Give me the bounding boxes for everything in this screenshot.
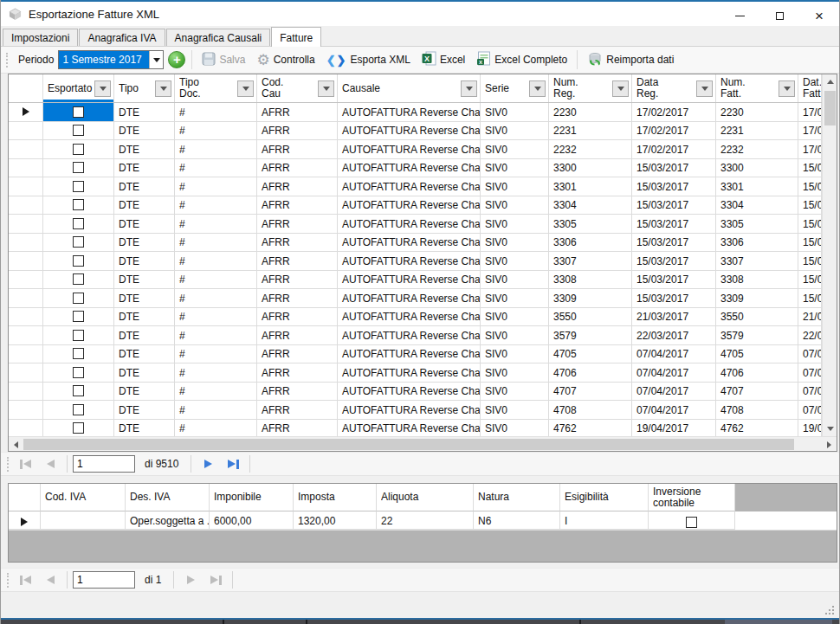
cell-dat_fatt[interactable]: 22/03/2017 bbox=[798, 326, 822, 344]
cell-num_fatt[interactable]: 3550 bbox=[716, 308, 798, 326]
cell-tipo[interactable]: DTE bbox=[114, 420, 175, 437]
cell-data_reg[interactable]: 15/03/2017 bbox=[632, 215, 716, 233]
excel-completo-button[interactable]: X Excel Completo bbox=[473, 49, 571, 70]
close-button[interactable]: × bbox=[799, 3, 839, 28]
cell-tipo_doc[interactable]: # bbox=[175, 215, 257, 233]
cell-num_reg[interactable]: 3305 bbox=[549, 215, 632, 233]
row-selector[interactable] bbox=[9, 234, 43, 252]
esportato-checkbox[interactable] bbox=[73, 236, 84, 248]
cell-num_reg[interactable]: 3550 bbox=[549, 308, 632, 326]
cell-tipo_doc[interactable]: # bbox=[175, 289, 257, 307]
cell-dat_fatt[interactable]: 17/02/2017 bbox=[798, 122, 822, 140]
cell-serie[interactable]: SIV0 bbox=[481, 383, 549, 401]
column-header-causale[interactable]: Causale bbox=[338, 74, 481, 102]
cell-cod_cau[interactable]: AFRR bbox=[257, 196, 338, 215]
cell-data_reg[interactable]: 17/02/2017 bbox=[632, 140, 716, 158]
cell-serie[interactable]: SIV0 bbox=[481, 289, 549, 307]
cell-causale[interactable]: AUTOFATTURA Reverse Charge bbox=[338, 326, 481, 344]
cell-cod_cau[interactable]: AFRR bbox=[257, 159, 338, 177]
column-header-des_iva[interactable]: Des. IVA bbox=[126, 484, 210, 511]
esporta-xml-button[interactable]: ❮❯ Esporta XML bbox=[323, 52, 414, 68]
cell-esportato[interactable] bbox=[43, 345, 114, 363]
maximize-button[interactable] bbox=[759, 3, 799, 28]
horizontal-scrollbar[interactable] bbox=[9, 436, 837, 451]
column-header-cod_iva[interactable]: Cod. IVA bbox=[41, 484, 126, 511]
last-page-button[interactable] bbox=[222, 454, 244, 473]
column-header-natura[interactable]: Natura bbox=[474, 484, 560, 511]
filter-button-serie[interactable] bbox=[529, 80, 546, 97]
column-header-num_fatt[interactable]: Num. Fatt. bbox=[716, 74, 798, 102]
cell-num_fatt[interactable]: 2230 bbox=[716, 103, 798, 121]
cell-tipo_doc[interactable]: # bbox=[175, 177, 257, 196]
cell-dat_fatt[interactable]: 17/02/2017 bbox=[798, 103, 822, 121]
cell-tipo[interactable]: DTE bbox=[114, 383, 175, 401]
cell-serie[interactable]: SIV0 bbox=[481, 363, 549, 382]
cell-esportato[interactable] bbox=[43, 196, 114, 215]
cell-tipo_doc[interactable]: # bbox=[175, 122, 257, 140]
cell-tipo[interactable]: DTE bbox=[114, 363, 175, 382]
cell-dat_fatt[interactable]: 15/03/2017 bbox=[798, 215, 822, 233]
cell-aliquota[interactable]: 22 bbox=[377, 511, 474, 530]
column-header-num_reg[interactable]: Num. Reg. bbox=[549, 74, 632, 102]
column-header-serie[interactable]: Serie bbox=[481, 74, 549, 102]
combo-arrow[interactable] bbox=[149, 51, 163, 68]
cell-cod_cau[interactable]: AFRR bbox=[257, 289, 338, 307]
row-selector[interactable] bbox=[9, 511, 41, 530]
cell-serie[interactable]: SIV0 bbox=[481, 159, 549, 177]
cell-dat_fatt[interactable]: 07/04/2017 bbox=[798, 401, 822, 419]
cell-tipo_doc[interactable]: # bbox=[175, 234, 257, 252]
cell-esigibilita[interactable]: I bbox=[560, 511, 649, 530]
cell-serie[interactable]: SIV0 bbox=[481, 234, 549, 252]
cell-cod_cau[interactable]: AFRR bbox=[257, 103, 338, 121]
cell-tipo[interactable]: DTE bbox=[114, 271, 175, 289]
cell-num_fatt[interactable]: 2232 bbox=[716, 140, 798, 158]
cell-num_reg[interactable]: 2230 bbox=[549, 103, 632, 121]
cell-tipo_doc[interactable]: # bbox=[175, 383, 257, 401]
cell-serie[interactable]: SIV0 bbox=[481, 215, 549, 233]
cell-causale[interactable]: AUTOFATTURA Reverse Charge bbox=[338, 103, 481, 121]
cell-tipo[interactable]: DTE bbox=[114, 122, 175, 140]
next-page-button[interactable] bbox=[197, 454, 219, 473]
cell-dat_fatt[interactable]: 15/03/2017 bbox=[798, 177, 822, 196]
filter-button-data_reg[interactable] bbox=[696, 80, 713, 97]
cell-num_reg[interactable]: 3304 bbox=[549, 196, 632, 215]
row-selector[interactable] bbox=[9, 252, 43, 270]
cell-serie[interactable]: SIV0 bbox=[481, 401, 549, 419]
cell-tipo[interactable]: DTE bbox=[114, 345, 175, 363]
cell-tipo_doc[interactable]: # bbox=[175, 271, 257, 289]
cell-num_reg[interactable]: 4707 bbox=[549, 383, 632, 401]
cell-data_reg[interactable]: 07/04/2017 bbox=[632, 383, 716, 401]
cell-data_reg[interactable]: 15/03/2017 bbox=[632, 177, 716, 196]
cell-imposta[interactable]: 1320,00 bbox=[294, 511, 377, 530]
cell-causale[interactable]: AUTOFATTURA Reverse Charge bbox=[338, 215, 481, 233]
row-selector[interactable] bbox=[9, 271, 43, 289]
cell-num_reg[interactable]: 2231 bbox=[549, 122, 632, 140]
column-header-imposta[interactable]: Imposta bbox=[294, 484, 377, 511]
cell-num_reg[interactable]: 3309 bbox=[549, 289, 632, 307]
cell-esportato[interactable] bbox=[43, 383, 114, 401]
salva-button[interactable]: Salva bbox=[198, 50, 249, 70]
cell-esportato[interactable] bbox=[43, 252, 114, 270]
cell-causale[interactable]: AUTOFATTURA Reverse Charge bbox=[338, 345, 481, 363]
cell-tipo[interactable]: DTE bbox=[114, 177, 175, 196]
first-page-button[interactable] bbox=[14, 570, 36, 589]
cell-cod_cau[interactable]: AFRR bbox=[257, 420, 338, 437]
cell-num_fatt[interactable]: 3307 bbox=[716, 252, 798, 270]
row-selector[interactable] bbox=[9, 308, 43, 326]
esportato-checkbox[interactable] bbox=[73, 218, 84, 229]
row-selector[interactable] bbox=[9, 420, 43, 437]
excel-button[interactable]: X Excel bbox=[418, 49, 468, 70]
cell-data_reg[interactable]: 19/04/2017 bbox=[632, 420, 716, 437]
cell-tipo_doc[interactable]: # bbox=[175, 252, 257, 270]
cell-tipo[interactable]: DTE bbox=[114, 215, 175, 233]
cell-dat_fatt[interactable]: 07/04/2017 bbox=[798, 383, 822, 401]
cell-tipo_doc[interactable]: # bbox=[175, 363, 257, 382]
current-page-input[interactable] bbox=[73, 455, 135, 473]
cell-cod_cau[interactable]: AFRR bbox=[257, 215, 338, 233]
cell-tipo_doc[interactable]: # bbox=[175, 103, 257, 121]
cell-serie[interactable]: SIV0 bbox=[481, 177, 549, 196]
cell-esportato[interactable] bbox=[43, 308, 114, 326]
cell-cod_cau[interactable]: AFRR bbox=[257, 252, 338, 270]
cell-tipo[interactable]: DTE bbox=[114, 401, 175, 419]
cell-data_reg[interactable]: 17/02/2017 bbox=[632, 122, 716, 140]
